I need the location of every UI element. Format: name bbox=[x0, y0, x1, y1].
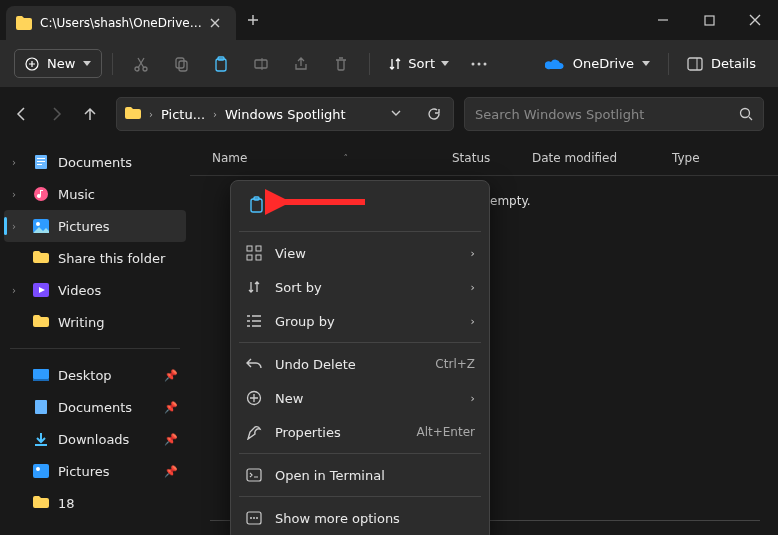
sidebar-item-label: Share this folder bbox=[58, 251, 165, 266]
copy-icon[interactable] bbox=[163, 56, 199, 72]
column-type[interactable]: Type bbox=[672, 151, 778, 165]
context-paste-button[interactable] bbox=[243, 191, 271, 219]
context-group-by[interactable]: Group by › bbox=[237, 304, 483, 338]
sort-indicator-icon: ˄ bbox=[343, 153, 348, 163]
chevron-down-icon bbox=[642, 61, 650, 67]
svg-rect-24 bbox=[35, 400, 47, 414]
sort-icon bbox=[245, 280, 263, 294]
context-show-more[interactable]: Show more options bbox=[237, 501, 483, 535]
folder-icon bbox=[32, 496, 50, 510]
pin-icon: 📌 bbox=[164, 369, 178, 382]
context-open-terminal[interactable]: Open in Terminal bbox=[237, 458, 483, 492]
new-tab-button[interactable] bbox=[236, 0, 270, 40]
svg-point-20 bbox=[36, 222, 40, 226]
tab-close-icon[interactable] bbox=[210, 18, 224, 28]
chevron-right-icon: › bbox=[12, 285, 24, 296]
cloud-icon bbox=[545, 57, 565, 71]
address-bar-row: › Pictu... › Windows Spotlight Search Wi… bbox=[0, 88, 778, 140]
cut-icon[interactable] bbox=[123, 56, 159, 72]
svg-rect-16 bbox=[37, 161, 45, 162]
up-button[interactable] bbox=[82, 106, 106, 122]
undo-icon bbox=[245, 357, 263, 371]
svg-point-9 bbox=[472, 62, 475, 65]
svg-rect-27 bbox=[251, 199, 262, 212]
svg-rect-12 bbox=[688, 58, 702, 70]
toolbar: New Sort OneDrive Details bbox=[0, 40, 778, 88]
tab-active[interactable]: C:\Users\shash\OneDrive\Pictu... bbox=[6, 6, 236, 40]
chevron-right-icon: › bbox=[471, 315, 475, 328]
terminal-icon bbox=[245, 468, 263, 482]
sidebar-item-label: Music bbox=[58, 187, 95, 202]
more-icon[interactable] bbox=[461, 62, 497, 66]
context-shortcut: Alt+Enter bbox=[416, 425, 475, 439]
sidebar-item-18[interactable]: 18 bbox=[4, 487, 186, 519]
sort-button[interactable]: Sort bbox=[380, 56, 457, 71]
folder-icon bbox=[125, 107, 141, 121]
sidebar-item-documents[interactable]: › Documents bbox=[4, 146, 186, 178]
sidebar-item-pictures-2[interactable]: Pictures 📌 bbox=[4, 455, 186, 487]
sidebar-item-label: Videos bbox=[58, 283, 101, 298]
minimize-button[interactable] bbox=[640, 0, 686, 40]
plus-circle-icon bbox=[25, 57, 39, 71]
context-menu: View › Sort by › Group by › Undo Delete … bbox=[230, 180, 490, 535]
breadcrumb[interactable]: › Pictu... › Windows Spotlight bbox=[116, 97, 454, 131]
sidebar-item-documents-2[interactable]: Documents 📌 bbox=[4, 391, 186, 423]
context-label: Open in Terminal bbox=[275, 468, 475, 483]
folder-icon bbox=[32, 251, 50, 265]
column-headers[interactable]: Name˄ Status Date modified Type bbox=[190, 140, 778, 176]
svg-point-10 bbox=[478, 62, 481, 65]
sidebar-item-desktop[interactable]: Desktop 📌 bbox=[4, 359, 186, 391]
maximize-button[interactable] bbox=[686, 0, 732, 40]
empty-folder-text: empty. bbox=[490, 194, 531, 208]
rename-icon[interactable] bbox=[243, 56, 279, 72]
refresh-button[interactable] bbox=[423, 107, 445, 121]
group-icon bbox=[245, 314, 263, 328]
svg-rect-15 bbox=[37, 158, 45, 159]
context-view[interactable]: View › bbox=[237, 236, 483, 270]
column-name[interactable]: Name bbox=[212, 151, 247, 165]
back-button[interactable] bbox=[14, 106, 38, 122]
documents-icon bbox=[32, 154, 50, 170]
search-input[interactable]: Search Windows Spotlight bbox=[464, 97, 764, 131]
context-label: Sort by bbox=[275, 280, 459, 295]
sidebar-item-videos[interactable]: › Videos bbox=[4, 274, 186, 306]
breadcrumb-seg-2[interactable]: Windows Spotlight bbox=[225, 107, 346, 122]
svg-point-13 bbox=[741, 109, 750, 118]
context-undo-delete[interactable]: Undo Delete Ctrl+Z bbox=[237, 347, 483, 381]
sidebar-item-downloads[interactable]: Downloads 📌 bbox=[4, 423, 186, 455]
sidebar-item-label: Pictures bbox=[58, 219, 109, 234]
sidebar-item-music[interactable]: › Music bbox=[4, 178, 186, 210]
context-new[interactable]: New › bbox=[237, 381, 483, 415]
paste-icon[interactable] bbox=[203, 56, 239, 72]
titlebar: C:\Users\shash\OneDrive\Pictu... bbox=[0, 0, 778, 40]
breadcrumb-seg-1[interactable]: Pictu... bbox=[161, 107, 205, 122]
sidebar-item-share[interactable]: Share this folder bbox=[4, 242, 186, 274]
pin-icon: 📌 bbox=[164, 433, 178, 446]
delete-icon[interactable] bbox=[323, 56, 359, 72]
share-icon[interactable] bbox=[283, 56, 319, 72]
context-properties[interactable]: Properties Alt+Enter bbox=[237, 415, 483, 449]
svg-rect-34 bbox=[247, 469, 261, 481]
chevron-down-icon[interactable] bbox=[391, 110, 401, 118]
close-button[interactable] bbox=[732, 0, 778, 40]
svg-rect-22 bbox=[33, 369, 49, 379]
new-button[interactable]: New bbox=[14, 49, 102, 78]
more-options-icon bbox=[245, 511, 263, 525]
folder-icon bbox=[16, 15, 32, 31]
context-label: Group by bbox=[275, 314, 459, 329]
sidebar-item-pictures[interactable]: › Pictures bbox=[4, 210, 186, 242]
sidebar-item-label: Pictures bbox=[58, 464, 109, 479]
svg-point-36 bbox=[250, 517, 252, 519]
onedrive-button[interactable]: OneDrive bbox=[537, 56, 658, 71]
column-date[interactable]: Date modified bbox=[532, 151, 672, 165]
sidebar-item-writing[interactable]: Writing bbox=[4, 306, 186, 338]
forward-button[interactable] bbox=[48, 106, 72, 122]
context-sort-by[interactable]: Sort by › bbox=[237, 270, 483, 304]
details-button[interactable]: Details bbox=[679, 56, 764, 71]
svg-point-3 bbox=[143, 67, 147, 71]
svg-point-2 bbox=[135, 67, 139, 71]
downloads-icon bbox=[32, 432, 50, 446]
plus-circle-icon bbox=[245, 390, 263, 406]
pictures-icon bbox=[32, 464, 50, 478]
column-status[interactable]: Status bbox=[452, 151, 532, 165]
